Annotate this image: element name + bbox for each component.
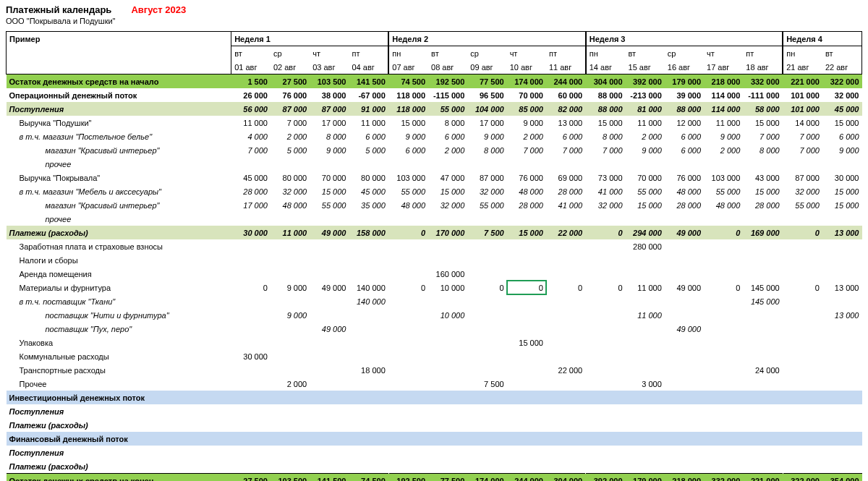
data-cell[interactable] bbox=[271, 418, 310, 432]
data-cell[interactable] bbox=[428, 404, 467, 418]
data-cell[interactable] bbox=[428, 294, 467, 308]
data-cell[interactable] bbox=[349, 404, 388, 418]
data-cell[interactable]: 7 500 bbox=[467, 377, 506, 391]
data-cell[interactable] bbox=[704, 391, 743, 404]
data-cell[interactable]: 41 000 bbox=[586, 184, 625, 198]
data-cell[interactable] bbox=[231, 404, 271, 418]
data-cell[interactable] bbox=[507, 432, 546, 446]
data-cell[interactable]: 392 000 bbox=[626, 75, 665, 89]
data-cell[interactable]: 11 000 bbox=[626, 281, 665, 294]
data-cell[interactable]: 80 000 bbox=[349, 171, 388, 184]
data-cell[interactable] bbox=[704, 377, 743, 391]
data-cell[interactable]: 6 000 bbox=[665, 129, 704, 143]
data-cell[interactable] bbox=[783, 391, 822, 404]
data-cell[interactable] bbox=[389, 253, 428, 267]
data-cell[interactable] bbox=[428, 253, 467, 267]
data-cell[interactable]: 141 500 bbox=[310, 474, 349, 482]
data-cell[interactable]: 9 000 bbox=[626, 143, 665, 157]
data-cell[interactable] bbox=[389, 391, 428, 404]
data-cell[interactable]: 15 000 bbox=[822, 184, 862, 198]
data-cell[interactable]: 11 000 bbox=[231, 116, 271, 129]
data-cell[interactable] bbox=[428, 418, 467, 432]
data-cell[interactable]: 87 000 bbox=[310, 102, 349, 116]
data-cell[interactable]: 32 000 bbox=[783, 184, 822, 198]
data-cell[interactable]: 114 000 bbox=[704, 88, 743, 102]
data-cell[interactable] bbox=[507, 157, 546, 171]
data-cell[interactable] bbox=[822, 349, 862, 363]
data-cell[interactable]: 9 000 bbox=[467, 129, 506, 143]
data-cell[interactable] bbox=[310, 157, 349, 171]
data-cell[interactable] bbox=[231, 391, 271, 404]
data-cell[interactable]: 76 000 bbox=[665, 171, 704, 184]
data-cell[interactable] bbox=[467, 336, 506, 349]
data-cell[interactable] bbox=[349, 418, 388, 432]
data-cell[interactable] bbox=[231, 267, 271, 281]
data-cell[interactable] bbox=[626, 336, 665, 349]
data-cell[interactable]: 104 000 bbox=[467, 102, 506, 116]
data-cell[interactable] bbox=[349, 432, 388, 446]
data-cell[interactable]: 6 000 bbox=[546, 129, 585, 143]
data-cell[interactable] bbox=[704, 294, 743, 308]
data-cell[interactable]: 13 000 bbox=[822, 308, 862, 322]
data-cell[interactable]: 145 000 bbox=[743, 281, 782, 294]
data-cell[interactable] bbox=[428, 239, 467, 253]
data-cell[interactable] bbox=[783, 239, 822, 253]
data-cell[interactable]: 0 bbox=[389, 281, 428, 294]
data-cell[interactable]: 218 000 bbox=[704, 75, 743, 89]
data-cell[interactable] bbox=[507, 212, 546, 226]
data-cell[interactable] bbox=[349, 446, 388, 459]
data-cell[interactable]: -213 000 bbox=[626, 88, 665, 102]
data-cell[interactable] bbox=[546, 446, 585, 459]
data-cell[interactable]: 15 000 bbox=[428, 184, 467, 198]
data-cell[interactable]: 118 000 bbox=[389, 102, 428, 116]
data-cell[interactable] bbox=[626, 322, 665, 336]
data-cell[interactable] bbox=[467, 391, 506, 404]
data-cell[interactable] bbox=[665, 418, 704, 432]
data-cell[interactable] bbox=[586, 432, 625, 446]
data-cell[interactable] bbox=[586, 363, 625, 377]
data-cell[interactable] bbox=[546, 239, 585, 253]
data-cell[interactable] bbox=[546, 308, 585, 322]
data-cell[interactable] bbox=[389, 363, 428, 377]
data-cell[interactable] bbox=[310, 404, 349, 418]
data-cell[interactable]: 141 500 bbox=[349, 75, 388, 89]
data-cell[interactable]: 38 000 bbox=[310, 88, 349, 102]
data-cell[interactable] bbox=[783, 267, 822, 281]
data-cell[interactable]: 170 000 bbox=[428, 226, 467, 239]
data-cell[interactable]: 8 000 bbox=[428, 116, 467, 129]
data-cell[interactable] bbox=[626, 446, 665, 459]
data-cell[interactable] bbox=[665, 377, 704, 391]
data-cell[interactable]: 2 000 bbox=[507, 129, 546, 143]
data-cell[interactable] bbox=[586, 404, 625, 418]
data-cell[interactable]: 0 bbox=[389, 226, 428, 239]
data-cell[interactable] bbox=[586, 349, 625, 363]
data-cell[interactable] bbox=[349, 322, 388, 336]
data-cell[interactable]: 118 000 bbox=[389, 88, 428, 102]
data-cell[interactable] bbox=[349, 239, 388, 253]
data-cell[interactable]: 80 000 bbox=[271, 171, 310, 184]
data-cell[interactable]: 32 000 bbox=[822, 88, 862, 102]
data-cell[interactable] bbox=[428, 212, 467, 226]
data-cell[interactable]: 15 000 bbox=[586, 116, 625, 129]
data-cell[interactable]: 55 000 bbox=[783, 198, 822, 212]
data-cell[interactable]: 192 500 bbox=[428, 75, 467, 89]
data-cell[interactable] bbox=[349, 336, 388, 349]
data-cell[interactable]: 49 000 bbox=[310, 226, 349, 239]
data-cell[interactable] bbox=[428, 377, 467, 391]
data-cell[interactable] bbox=[349, 459, 388, 474]
data-cell[interactable] bbox=[704, 212, 743, 226]
data-cell[interactable] bbox=[822, 294, 862, 308]
data-cell[interactable]: 14 000 bbox=[783, 116, 822, 129]
data-cell[interactable] bbox=[349, 253, 388, 267]
data-cell[interactable]: 26 000 bbox=[231, 88, 271, 102]
data-cell[interactable] bbox=[783, 418, 822, 432]
data-cell[interactable]: 4 000 bbox=[231, 129, 271, 143]
data-cell[interactable]: 10 000 bbox=[428, 281, 467, 294]
data-cell[interactable]: 15 000 bbox=[507, 226, 546, 239]
data-cell[interactable]: 103 000 bbox=[704, 171, 743, 184]
data-cell[interactable]: 392 000 bbox=[586, 474, 625, 482]
data-cell[interactable] bbox=[428, 432, 467, 446]
data-cell[interactable]: 244 000 bbox=[507, 474, 546, 482]
data-cell[interactable] bbox=[783, 212, 822, 226]
data-cell[interactable] bbox=[546, 377, 585, 391]
